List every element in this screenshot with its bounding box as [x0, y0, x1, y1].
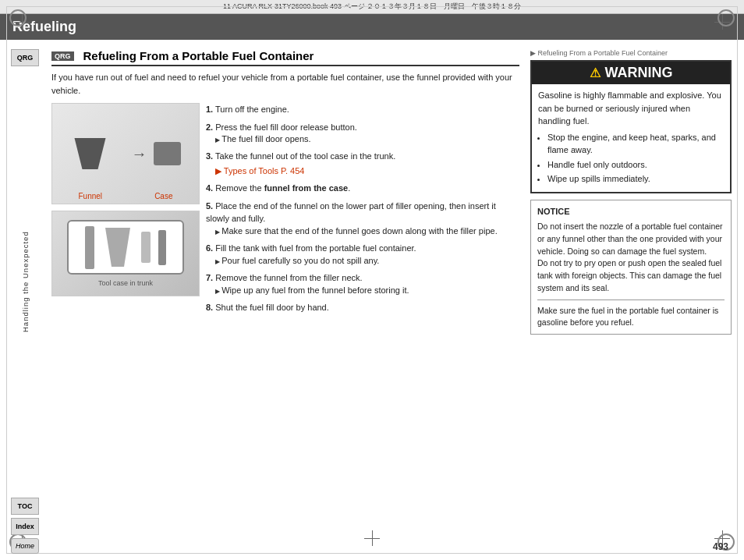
qrg-badge: QRG	[51, 51, 74, 61]
notice-body: Do not insert the nozzle of a portable f…	[537, 221, 725, 295]
step-4-text2: .	[348, 183, 350, 193]
step-8: 8. Shut the fuel fill door by hand.	[206, 301, 519, 314]
sidebar-tab-toc[interactable]: TOC	[11, 498, 39, 515]
step-1-num: 1.	[206, 105, 213, 114]
warning-bullets: Stop the engine, and keep heat, sparks, …	[547, 131, 724, 186]
step-1: 1. Turn off the engine.	[206, 103, 519, 116]
notice-footer: Make sure the fuel in the portable fuel …	[537, 305, 725, 330]
breadcrumb: ▶ Refueling From a Portable Fuel Contain…	[530, 49, 732, 57]
step-3: 3. Take the funnel out of the tool case …	[206, 150, 519, 177]
arrow-icon: →	[132, 145, 147, 163]
notice-title: NOTICE	[537, 205, 725, 218]
tool-case-image: Tool case in trunk	[51, 211, 200, 296]
sidebar-vertical-label: Handling the Unexpected	[21, 69, 30, 494]
step-6: 6. Fill the tank with fuel from the port…	[206, 242, 519, 267]
step-4: 4. Remove the funnel from the case.	[206, 182, 519, 195]
step-3-num: 3.	[206, 151, 213, 161]
step-4-text: Remove the	[215, 183, 264, 193]
image-labels: Funnel Case	[52, 192, 199, 200]
step-7-sub: Wipe up any fuel from the funnel before …	[206, 285, 519, 296]
sidebar-tab-index[interactable]: Index	[11, 518, 39, 535]
step-5-sub: Make sure that the end of the funnel goe…	[206, 225, 519, 237]
tool-case-illustration: Tool case in trunk	[52, 211, 199, 296]
step-6-num: 6.	[206, 243, 213, 253]
right-column: ▶ Refueling From a Portable Fuel Contain…	[527, 43, 738, 554]
left-images: → Funnel Case	[51, 103, 200, 319]
step-5-num: 5.	[206, 201, 213, 211]
step-6-text: Fill the tank with fuel from the portabl…	[215, 243, 416, 253]
types-of-tools-link[interactable]: ▶ Types of Tools P. 454	[215, 166, 304, 175]
warning-triangle-icon: ⚠	[590, 66, 601, 80]
notice-box: NOTICE Do not insert the nozzle of a por…	[530, 200, 732, 335]
funnel-shape	[71, 138, 110, 169]
case-shape	[154, 142, 181, 165]
step-5-text: Place the end of the funnel on the lower…	[206, 201, 496, 224]
intro-text: If you have run out of fuel and need to …	[51, 71, 519, 97]
left-column: QRG Refueling From a Portable Fuel Conta…	[45, 43, 527, 554]
step-2-num: 2.	[206, 122, 213, 132]
warning-body: Gasoline is highly flammable and explosi…	[532, 84, 730, 192]
step-7: 7. Remove the funnel from the filler nec…	[206, 271, 519, 296]
step-1-text: Turn off the engine.	[215, 105, 289, 114]
warning-intro: Gasoline is highly flammable and explosi…	[538, 89, 724, 128]
sidebar-tab-qrg[interactable]: QRG	[11, 49, 39, 66]
case-label: Case	[154, 192, 172, 200]
step-7-num: 7.	[206, 273, 213, 282]
page-number: 493	[713, 541, 728, 552]
main-content: QRG Refueling From a Portable Fuel Conta…	[45, 43, 738, 554]
step-2-text: Press the fuel fill door release button.	[215, 122, 357, 132]
sidebar-tab-home[interactable]: Home	[11, 538, 39, 554]
funnel-case-image: → Funnel Case	[51, 103, 200, 204]
warning-box: ⚠ WARNING Gasoline is highly flammable a…	[530, 60, 732, 193]
warning-bullet-1: Stop the engine, and keep heat, sparks, …	[547, 131, 724, 157]
step-3-text: Take the funnel out of the tool case in …	[215, 151, 395, 161]
step-6-sub: Pour fuel carefully so you do not spill …	[206, 255, 519, 267]
section-title-row: QRG Refueling From a Portable Fuel Conta…	[51, 49, 519, 66]
warning-title-bar: ⚠ WARNING	[532, 62, 730, 84]
step-8-num: 8.	[206, 303, 213, 312]
warning-bullet-2: Handle fuel only outdoors.	[547, 158, 724, 172]
step-5: 5. Place the end of the funnel on the lo…	[206, 200, 519, 237]
funnel-label: Funnel	[79, 192, 103, 200]
sidebar: QRG Handling the Unexpected TOC Index Ho…	[6, 43, 44, 554]
step-2-sub: The fuel fill door opens.	[206, 133, 519, 145]
step-7-text: Remove the funnel from the filler neck.	[215, 273, 362, 282]
notice-separator	[537, 299, 725, 300]
left-steps: 1. Turn off the engine. 2. Press the fue…	[206, 103, 519, 319]
step-4-bold: funnel from the case	[264, 183, 349, 193]
left-inner: → Funnel Case	[51, 103, 519, 319]
step-2: 2. Press the fuel fill door release butt…	[206, 121, 519, 146]
funnel-case-illustration: →	[52, 104, 199, 204]
section-title-text: Refueling From a Portable Fuel Container	[83, 49, 314, 62]
warning-title-text: WARNING	[605, 65, 673, 81]
step-4-num: 4.	[206, 183, 213, 193]
warning-bullet-3: Wipe up spills immediately.	[547, 172, 724, 186]
step-8-text: Shut the fuel fill door by hand.	[215, 303, 329, 312]
